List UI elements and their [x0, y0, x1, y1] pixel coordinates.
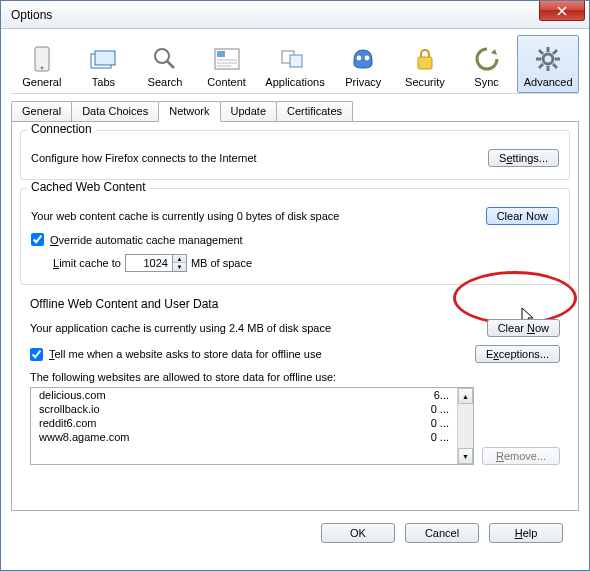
svg-rect-15 [418, 57, 432, 69]
exceptions-button[interactable]: Exceptions... [475, 345, 560, 363]
options-window: Options General Tabs Search Content [0, 0, 590, 571]
category-sync[interactable]: Sync [456, 35, 518, 93]
help-button[interactable]: Help [489, 523, 563, 543]
scroll-up[interactable]: ▲ [458, 388, 473, 404]
close-icon [557, 6, 567, 16]
spinner-down[interactable]: ▼ [173, 263, 186, 271]
category-search[interactable]: Search [134, 35, 196, 93]
svg-point-1 [40, 67, 43, 70]
scroll-down[interactable]: ▼ [458, 448, 473, 464]
tabs-icon [88, 44, 118, 74]
ok-button[interactable]: OK [321, 523, 395, 543]
offline-legend: Offline Web Content and User Data [30, 297, 560, 311]
window-title: Options [11, 8, 52, 22]
cached-clear-now-button[interactable]: Clear Now [486, 207, 559, 225]
limit-cache-input[interactable] [126, 256, 172, 270]
offline-list-intro: The following websites are allowed to st… [30, 371, 560, 383]
svg-rect-12 [290, 55, 302, 67]
override-cache-checkbox[interactable]: Override automatic cache management [31, 233, 559, 246]
svg-point-13 [357, 56, 362, 61]
svg-point-4 [155, 49, 169, 63]
category-applications[interactable]: Applications [257, 35, 332, 93]
cached-usage-text: Your web content cache is currently usin… [31, 210, 339, 222]
svg-line-23 [553, 50, 557, 54]
limit-cache-spinner[interactable]: ▲ ▼ [125, 254, 187, 272]
applications-icon [280, 44, 310, 74]
connection-settings-button[interactable]: Settings... [488, 149, 559, 167]
tellme-input[interactable] [30, 348, 43, 361]
connection-text: Configure how Firefox connects to the In… [31, 152, 257, 164]
limit-cache-suffix: MB of space [191, 257, 252, 269]
list-item[interactable]: delicious.com6... [31, 388, 457, 402]
gear-icon [533, 44, 563, 74]
list-item[interactable]: www8.agame.com0 ... [31, 430, 457, 444]
cancel-button[interactable]: Cancel [405, 523, 479, 543]
svg-line-5 [167, 61, 174, 68]
svg-line-22 [553, 64, 557, 68]
list-item[interactable]: scrollback.io0 ... [31, 402, 457, 416]
override-cache-input[interactable] [31, 233, 44, 246]
offline-sites-list[interactable]: delicious.com6... scrollback.io0 ... red… [30, 387, 474, 465]
svg-line-21 [539, 50, 543, 54]
list-item[interactable]: reddit6.com0 ... [31, 416, 457, 430]
privacy-icon [348, 44, 378, 74]
titlebar: Options [1, 1, 589, 29]
general-icon [27, 44, 57, 74]
spinner-up[interactable]: ▲ [173, 255, 186, 263]
offline-usage-text: Your application cache is currently usin… [30, 322, 331, 334]
tellme-checkbox[interactable]: Tell me when a website asks to store dat… [30, 348, 322, 361]
lock-icon [410, 44, 440, 74]
category-privacy[interactable]: Privacy [333, 35, 395, 93]
connection-legend: Connection [27, 122, 96, 136]
list-scrollbar[interactable]: ▲ ▼ [457, 388, 473, 464]
offline-group: Offline Web Content and User Data Your a… [20, 293, 570, 477]
svg-rect-3 [95, 51, 115, 65]
connection-group: Connection Configure how Firefox connect… [20, 130, 570, 180]
subtab-general[interactable]: General [11, 101, 72, 122]
subtab-certificates[interactable]: Certificates [276, 101, 353, 122]
close-button[interactable] [539, 1, 585, 21]
subtab-update[interactable]: Update [220, 101, 277, 122]
override-cache-label: Override automatic cache management [50, 234, 243, 246]
category-general[interactable]: General [11, 35, 73, 93]
subtab-network[interactable]: Network [158, 101, 220, 122]
category-tabs[interactable]: Tabs [73, 35, 135, 93]
category-advanced[interactable]: Advanced [517, 35, 579, 93]
svg-point-14 [365, 56, 370, 61]
limit-cache-prefix: Limit cache to [53, 257, 121, 269]
sync-icon [472, 44, 502, 74]
remove-button: Remove... [482, 447, 560, 465]
category-toolbar: General Tabs Search Content Applications… [11, 35, 579, 94]
network-panel: Connection Configure how Firefox connect… [11, 121, 579, 511]
search-icon [150, 44, 180, 74]
subtab-data-choices[interactable]: Data Choices [71, 101, 159, 122]
svg-rect-7 [217, 51, 225, 57]
scroll-track[interactable] [458, 404, 473, 448]
category-content[interactable]: Content [196, 35, 258, 93]
subtab-bar: General Data Choices Network Update Cert… [11, 100, 579, 121]
cached-legend: Cached Web Content [27, 180, 150, 194]
svg-point-16 [543, 54, 553, 64]
category-security[interactable]: Security [394, 35, 456, 93]
offline-clear-now-button[interactable]: Clear Now [487, 319, 560, 337]
tellme-label: Tell me when a website asks to store dat… [49, 348, 322, 360]
cached-group: Cached Web Content Your web content cach… [20, 188, 570, 285]
svg-line-24 [539, 64, 543, 68]
dialog-button-bar: OK Cancel Help [11, 511, 579, 543]
content-icon [212, 44, 242, 74]
